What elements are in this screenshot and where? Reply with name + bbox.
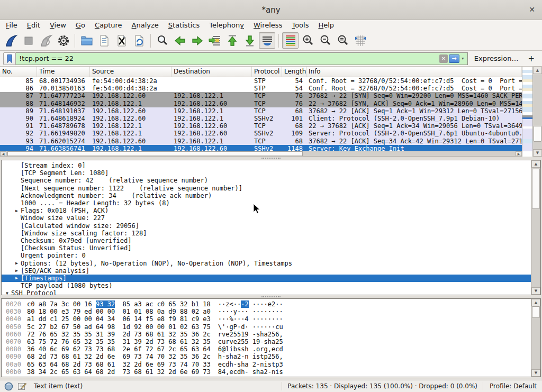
packet-row[interactable]: 87 71.647777234 192.168.122.60 192.168.1… xyxy=(0,92,522,99)
menu-item[interactable]: Statistics xyxy=(164,20,204,31)
expander-triangle-icon[interactable]: ▶ xyxy=(13,208,21,213)
menu-item[interactable]: Tools xyxy=(287,20,313,31)
hex-row[interactable]: 006072 76 65 32 35 35 31 39 2d 73 68 61 … xyxy=(2,331,531,338)
scroll-down-arrow-icon[interactable]: ▼ xyxy=(531,287,540,295)
save-file-doc-icon[interactable] xyxy=(96,32,112,49)
scroll-trough[interactable] xyxy=(6,151,516,156)
menu-item[interactable]: File xyxy=(1,20,22,31)
auto-scroll-icon[interactable] xyxy=(259,32,275,49)
packet-row[interactable]: 89 71.648191037 192.168.122.60 192.168.1… xyxy=(0,107,522,115)
find-packet-magnifier-icon[interactable] xyxy=(154,32,170,49)
column-header-length[interactable]: Length xyxy=(282,67,306,77)
go-to-first-packet-icon[interactable] xyxy=(224,32,240,49)
expander-triangle-icon[interactable]: ▶ xyxy=(13,276,21,280)
detail-tree-row[interactable]: ▼ SSH Protocol xyxy=(2,289,531,295)
expander-triangle-icon[interactable]: ▶ xyxy=(13,261,21,266)
scroll-trough[interactable] xyxy=(533,74,542,149)
scroll-thumb[interactable] xyxy=(532,306,540,318)
detail-tree-row[interactable]: ▶ Options: (12 bytes), No-Operation (NOP… xyxy=(2,259,531,267)
detail-tree-row[interactable]: ▶ [Timestamps] xyxy=(2,275,531,282)
packet-row[interactable]: 91 71.648789678 192.168.122.1 192.168.12… xyxy=(0,122,522,130)
menu-item[interactable]: Help xyxy=(313,20,339,31)
expert-info-icon[interactable] xyxy=(4,382,13,391)
filter-history-chevron-down-icon[interactable]: ▾ xyxy=(459,56,466,61)
filter-bookmark-icon[interactable] xyxy=(3,52,16,65)
scroll-thumb[interactable] xyxy=(534,126,541,142)
scroll-thumb[interactable] xyxy=(532,169,540,209)
hex-row[interactable]: 00b038 34 2c 65 63 64 68 2d 73 68 61 32 … xyxy=(2,368,531,376)
hex-row[interactable]: 008036 40 6c 69 62 73 73 68 2e 6f 72 67 … xyxy=(2,345,531,353)
add-filter-button[interactable]: + xyxy=(523,54,539,63)
column-header-time[interactable]: Time xyxy=(37,67,90,77)
menu-item[interactable]: View xyxy=(45,20,71,31)
menu-item[interactable]: Analyze xyxy=(127,20,164,31)
expander-triangle-icon[interactable]: ▼ xyxy=(3,291,11,295)
zoom-original-magnifier-icon[interactable] xyxy=(335,32,351,49)
scroll-up-arrow-icon[interactable]: ▲ xyxy=(531,160,540,168)
zoom-out-magnifier-icon[interactable] xyxy=(317,32,333,49)
detail-tree-row[interactable]: ▶ Flags: 0x018 (PSH, ACK) xyxy=(2,207,531,214)
capture-options-gear-icon[interactable] xyxy=(55,32,71,49)
scroll-up-arrow-icon[interactable]: ▲ xyxy=(531,299,540,306)
detail-tree-row[interactable]: Sequence number: 42 (relative sequence n… xyxy=(2,177,531,184)
filter-clear-icon[interactable]: ✕ xyxy=(439,54,448,63)
menu-item[interactable]: Go xyxy=(71,20,90,31)
packet-list-horizontal-scrollbar[interactable]: ◀ ▶ xyxy=(0,151,522,156)
column-header-destination[interactable]: Destination xyxy=(171,67,252,77)
detail-tree-row[interactable]: Acknowledgment number: 34 (relative ack … xyxy=(2,192,531,199)
detail-tree-row[interactable]: [Calculated window size: 29056] xyxy=(2,222,531,230)
restart-capture-icon[interactable] xyxy=(38,32,54,49)
packet-list-vertical-scrollbar[interactable]: ▲ ▼ xyxy=(532,67,542,157)
close-icon[interactable]: ✕ xyxy=(529,5,535,14)
resize-columns-icon[interactable] xyxy=(352,32,368,49)
detail-tree-row[interactable]: [Next sequence number: 1122 (relative se… xyxy=(2,185,531,192)
display-filter-input[interactable] xyxy=(16,52,468,65)
close-file-doc-icon[interactable] xyxy=(113,32,130,49)
packet-row[interactable]: 86 70.013850163 fe:54:00:d4:38:2a STP 54… xyxy=(0,85,522,92)
detail-tree-row[interactable]: Window size value: 227 xyxy=(2,214,531,222)
hex-row[interactable]: 007063 75 72 76 65 32 35 35 31 39 2d 73 … xyxy=(2,338,531,345)
column-header-source[interactable]: Source xyxy=(90,67,171,77)
go-back-arrow-icon[interactable] xyxy=(171,32,188,49)
expression-button[interactable]: Expression… xyxy=(468,54,524,62)
packet-row[interactable]: 85 68.001734936 fe:54:00:d4:38:2a STP 54… xyxy=(0,77,522,85)
scroll-trough[interactable] xyxy=(531,306,540,369)
menu-item[interactable]: Wireless xyxy=(249,20,287,31)
column-header-no[interactable]: No. xyxy=(0,67,37,77)
hex-row[interactable]: 0040a1 dd c1 25 00 00 04 34 06 14 f5 e8 … xyxy=(2,315,531,323)
scroll-thumb[interactable] xyxy=(7,151,303,156)
detail-tree-row[interactable]: [Stream index: 0] xyxy=(2,162,531,169)
menu-item[interactable]: Telephony xyxy=(204,20,249,31)
packet-row[interactable]: 88 71.648146932 192.168.122.1 192.168.12… xyxy=(0,100,522,107)
detail-tree-row[interactable]: [Checksum Status: Unverified] xyxy=(2,244,531,252)
profile-text[interactable]: Profile: Default xyxy=(483,382,542,390)
detail-tree-row[interactable]: Checksum: 0x79ed [unverified] xyxy=(2,237,531,244)
detail-tree-row[interactable]: [TCP Segment Len: 1080] xyxy=(2,169,531,177)
hex-vertical-scrollbar[interactable]: ▲ ▼ xyxy=(531,299,540,377)
go-forward-arrow-icon[interactable] xyxy=(189,32,205,49)
intelligent-scrollbar-minimap[interactable] xyxy=(522,67,532,157)
filter-apply-icon[interactable]: → xyxy=(449,54,459,63)
hex-row[interactable]: 00505c 27 b2 67 50 ad 64 98 1d 92 00 00 … xyxy=(2,323,531,331)
reload-file-doc-icon[interactable] xyxy=(131,32,147,49)
go-to-last-packet-icon[interactable] xyxy=(241,32,258,49)
menu-item[interactable]: Edit xyxy=(22,20,45,31)
packet-row[interactable]: 90 71.648618924 192.168.122.60 192.168.1… xyxy=(0,115,522,122)
go-to-packet-icon[interactable] xyxy=(206,32,223,49)
packet-row[interactable]: 93 71.662015274 192.168.122.60 192.168.1… xyxy=(0,138,522,145)
stop-capture-icon[interactable] xyxy=(20,32,37,49)
scroll-right-arrow-icon[interactable]: ▶ xyxy=(516,151,522,156)
detail-tree-row[interactable]: ▶ [SEQ/ACK analysis] xyxy=(2,267,531,275)
column-header-protocol[interactable]: Protocol xyxy=(252,67,282,77)
column-header-info[interactable]: Info xyxy=(306,67,522,77)
detail-tree-row[interactable]: 1000 .... = Header Length: 32 bytes (8) xyxy=(2,199,531,207)
menu-item[interactable]: Capture xyxy=(90,20,127,31)
detail-tree-row[interactable]: Urgent pointer: 0 xyxy=(2,252,531,259)
hex-row[interactable]: 003080 18 00 e3 79 ed 00 00 01 01 08 0a … xyxy=(2,308,531,315)
scroll-up-arrow-icon[interactable]: ▲ xyxy=(533,67,542,74)
open-file-folder-icon[interactable] xyxy=(78,32,95,49)
capture-comment-icon[interactable] xyxy=(17,382,26,391)
detail-tree-row[interactable]: TCP payload (1080 bytes) xyxy=(2,282,531,289)
zoom-in-magnifier-icon[interactable] xyxy=(300,32,316,49)
colorize-packets-icon[interactable] xyxy=(282,32,299,49)
